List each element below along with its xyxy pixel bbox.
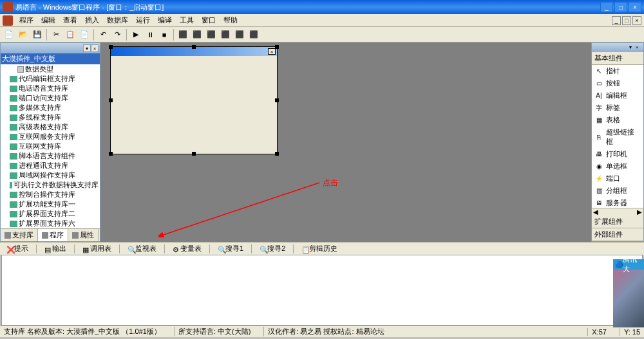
tencent-popup[interactable]: 🔵腾讯大 bbox=[613, 259, 644, 327]
tree-node[interactable]: 端口访问支持库 bbox=[1, 93, 100, 103]
tb-align-left-icon[interactable]: ⬛ bbox=[176, 28, 189, 41]
outtab-vars[interactable]: ⚙变量表 bbox=[169, 243, 205, 255]
tb-pause-icon[interactable]: ⏸ bbox=[144, 28, 156, 41]
menu-database[interactable]: 数据库 bbox=[103, 14, 132, 26]
resize-handle-ne[interactable] bbox=[275, 45, 279, 49]
tree-node[interactable]: 进程通讯支持库 bbox=[1, 161, 100, 170]
outtab-calltable[interactable]: ▦调用表 bbox=[79, 243, 115, 255]
close-button[interactable]: × bbox=[629, 2, 641, 12]
menu-edit[interactable]: 编辑 bbox=[37, 14, 59, 26]
outtab-output[interactable]: ▤输出 bbox=[41, 243, 70, 255]
toolbox-pin-icon[interactable]: ▾ bbox=[629, 44, 636, 51]
tb-align-right-icon[interactable]: ⬛ bbox=[205, 28, 218, 41]
toolbox-category-basic[interactable]: 基本组件 bbox=[592, 52, 643, 65]
library-tree[interactable]: 大漠插件_中文版 数据类型 代码编辑框支持库电话语音支持库端口访问支持库多媒体支… bbox=[1, 53, 100, 228]
toolbox-item[interactable]: ◉单选框 bbox=[592, 160, 643, 172]
tree-node[interactable]: 互联网支持库 bbox=[1, 142, 100, 151]
mdi-close-button[interactable]: × bbox=[632, 16, 641, 25]
menu-run[interactable]: 运行 bbox=[132, 14, 154, 26]
maximize-button[interactable]: □ bbox=[614, 2, 627, 12]
outtab-watch[interactable]: 🔍监视表 bbox=[124, 243, 160, 255]
tab-properties[interactable]: 属性 bbox=[68, 229, 99, 241]
menu-compile[interactable]: 编译 bbox=[154, 14, 176, 26]
toolbox-item[interactable]: ⚡端口 bbox=[592, 172, 643, 185]
designer-grid-body[interactable] bbox=[111, 56, 277, 154]
designer-window[interactable]: × bbox=[110, 46, 278, 154]
mdi-restore-button[interactable]: □ bbox=[622, 16, 631, 25]
resize-handle-s[interactable] bbox=[192, 152, 196, 156]
tb-save-icon[interactable]: 💾 bbox=[31, 28, 44, 41]
toolbox-item[interactable]: ⎘超级链接框 bbox=[592, 126, 643, 148]
resize-handle-n[interactable] bbox=[192, 45, 196, 49]
toolbox-item[interactable]: A|编辑框 bbox=[592, 89, 643, 102]
tree-node[interactable]: 扩展功能支持库一 bbox=[1, 199, 100, 209]
toolbox-close-icon[interactable]: × bbox=[636, 44, 642, 51]
toolbox-item[interactable]: ▭按钮 bbox=[592, 77, 643, 89]
tb-align-middle-icon[interactable]: ⬛ bbox=[233, 28, 246, 41]
menu-help[interactable]: 帮助 bbox=[220, 14, 242, 26]
tree-node[interactable]: 局域网操作支持库 bbox=[1, 170, 100, 180]
tb-stop-icon[interactable]: ■ bbox=[158, 28, 171, 41]
toolbox-item[interactable]: 字标签 bbox=[592, 102, 643, 114]
tree-node[interactable]: 控制台操作支持库 bbox=[1, 190, 100, 199]
tb-cut-icon[interactable]: ✂ bbox=[50, 28, 62, 41]
tree-root-selected[interactable]: 大漠插件_中文版 bbox=[1, 53, 100, 64]
tree-node[interactable]: 扩展界面支持库二 bbox=[1, 209, 100, 219]
tree-node[interactable]: 扩展界面支持库六 bbox=[1, 219, 100, 228]
menu-insert[interactable]: 插入 bbox=[81, 14, 103, 26]
tb-align-top-icon[interactable]: ⬛ bbox=[219, 28, 232, 41]
tree-datatype-node[interactable]: 数据类型 bbox=[1, 64, 100, 74]
toolbox-item[interactable]: ▦表格 bbox=[592, 114, 643, 126]
tree-node[interactable]: 多媒体支持库 bbox=[1, 103, 100, 113]
minimize-button[interactable]: _ bbox=[600, 2, 613, 12]
tree-node[interactable]: 代码编辑框支持库 bbox=[1, 74, 100, 84]
resize-handle-w[interactable] bbox=[109, 98, 113, 102]
left-panel-pin-icon[interactable]: ▾ bbox=[83, 44, 91, 52]
outtab-search1[interactable]: 🔍搜寻1 bbox=[214, 243, 247, 255]
designer-close-icon[interactable]: × bbox=[268, 48, 276, 55]
tb-redo-icon[interactable]: ↷ bbox=[111, 28, 124, 41]
toolbox-item-label: 打印机 bbox=[606, 149, 627, 159]
toolbox-category-external[interactable]: 外部组件 bbox=[592, 228, 643, 241]
scroll-right-icon[interactable]: ▶ bbox=[637, 208, 642, 215]
output-area[interactable] bbox=[1, 255, 643, 325]
menu-program[interactable]: 程序 bbox=[15, 14, 37, 26]
toolbox-category-ext[interactable]: 扩展组件 bbox=[592, 215, 643, 228]
tb-run-icon[interactable]: ▶ bbox=[129, 28, 142, 41]
tb-align-center-icon[interactable]: ⬛ bbox=[191, 28, 204, 41]
tree-node[interactable]: 可执行文件数据转换支持库 bbox=[1, 180, 100, 190]
menu-view[interactable]: 查看 bbox=[59, 14, 81, 26]
left-panel-close-icon[interactable]: × bbox=[91, 44, 99, 52]
tb-open-icon[interactable]: 📂 bbox=[17, 28, 30, 41]
tree-node[interactable]: 高级表格支持库 bbox=[1, 122, 100, 132]
tab-support-lib[interactable]: 支持库 bbox=[1, 229, 38, 241]
outtab-search2[interactable]: 🔍搜寻2 bbox=[256, 243, 289, 255]
toolbox-item[interactable]: ▥分组框 bbox=[592, 185, 643, 197]
tab-program[interactable]: 程序 bbox=[38, 229, 68, 241]
outtab-hint[interactable]: ❌提示 bbox=[3, 243, 32, 255]
design-canvas[interactable]: × 点击 bbox=[100, 42, 591, 242]
resize-handle-nw[interactable] bbox=[109, 45, 113, 49]
tree-node[interactable]: 多线程支持库 bbox=[1, 113, 100, 122]
resize-handle-se[interactable] bbox=[275, 152, 279, 156]
tb-undo-icon[interactable]: ↶ bbox=[97, 28, 109, 41]
toolbox-item[interactable]: ↖指针 bbox=[592, 65, 643, 77]
tree-node[interactable]: 脚本语言支持组件 bbox=[1, 151, 100, 161]
tb-copy-icon[interactable]: 📋 bbox=[64, 28, 77, 41]
menu-window[interactable]: 窗口 bbox=[198, 14, 220, 26]
tb-new-icon[interactable]: 📄 bbox=[3, 28, 15, 41]
resize-handle-e[interactable] bbox=[275, 98, 279, 102]
toolbox-item[interactable]: 🖶打印机 bbox=[592, 148, 643, 160]
tree-node[interactable]: 互联网服务支持库 bbox=[1, 132, 100, 142]
scroll-left-icon[interactable]: ◀ bbox=[593, 208, 598, 215]
outtab-clipboard[interactable]: 📋剪辑历史 bbox=[298, 243, 341, 255]
tree-node-label: 高级表格支持库 bbox=[19, 122, 68, 132]
mdi-minimize-button[interactable]: _ bbox=[612, 16, 621, 25]
menu-tools[interactable]: 工具 bbox=[176, 14, 198, 26]
tb-align-bottom-icon[interactable]: ⬛ bbox=[247, 28, 260, 41]
tree-node[interactable]: 电话语音支持库 bbox=[1, 84, 100, 93]
toolbar-main: 📄 📂 💾 ✂ 📋 📄 ↶ ↷ ▶ ⏸ ■ ⬛ ⬛ ⬛ ⬛ ⬛ ⬛ bbox=[0, 27, 644, 42]
resize-handle-sw[interactable] bbox=[109, 152, 113, 156]
toolbox-item[interactable]: 🖥服务器 bbox=[592, 197, 643, 208]
tb-paste-icon[interactable]: 📄 bbox=[78, 28, 91, 41]
